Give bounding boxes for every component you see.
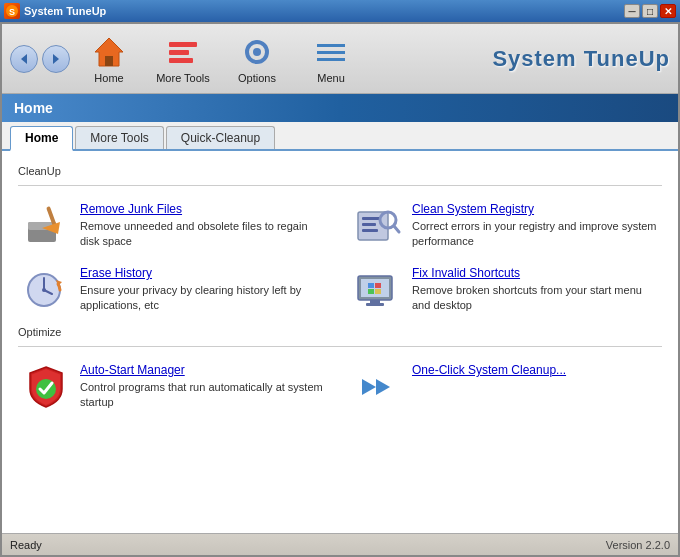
svg-rect-35 [368, 289, 374, 294]
optimize-divider [18, 346, 662, 347]
toolbar-options[interactable]: Options [222, 30, 292, 88]
toolbar-more-tools[interactable]: More Tools [148, 30, 218, 88]
clean-registry-text: Clean System Registry Correct errors in … [412, 202, 658, 250]
tool-one-click[interactable]: One-Click System Cleanup... [350, 359, 662, 415]
app-title: System TuneUp [492, 46, 670, 72]
status-bar: Ready Version 2.2.0 [2, 533, 678, 555]
window-controls: ─ □ ✕ [624, 4, 676, 18]
one-click-title[interactable]: One-Click System Cleanup... [412, 363, 566, 377]
svg-point-10 [253, 48, 261, 56]
status-text: Ready [10, 539, 42, 551]
svg-rect-11 [317, 44, 345, 47]
clean-registry-desc: Correct errors in your registry and impr… [412, 219, 658, 250]
fix-shortcuts-desc: Remove broken shortcuts from your start … [412, 283, 658, 314]
remove-junk-desc: Remove unneeded and obsolete files to re… [80, 219, 326, 250]
more-tools-icon [165, 34, 201, 70]
home-label: Home [94, 72, 123, 84]
erase-history-title[interactable]: Erase History [80, 266, 326, 280]
svg-rect-32 [366, 303, 384, 306]
auto-start-icon [22, 363, 70, 411]
fix-shortcuts-icon [354, 266, 402, 314]
tool-clean-registry[interactable]: Clean System Registry Correct errors in … [350, 198, 662, 254]
svg-marker-38 [362, 379, 376, 395]
version-text: Version 2.2.0 [606, 539, 670, 551]
remove-junk-text: Remove Junk Files Remove unneeded and ob… [80, 202, 326, 250]
title-bar: S System TuneUp ─ □ ✕ [0, 0, 680, 22]
toolbar-home[interactable]: Home [74, 30, 144, 88]
cleanup-section-label: CleanUp [18, 165, 662, 177]
tool-erase-history[interactable]: Erase History Ensure your privacy by cle… [18, 262, 330, 318]
fix-shortcuts-text: Fix Invalid Shortcuts Remove broken shor… [412, 266, 658, 314]
erase-history-icon [22, 266, 70, 314]
toolbar-menu[interactable]: Menu [296, 30, 366, 88]
menu-icon [313, 34, 349, 70]
svg-rect-13 [317, 58, 345, 61]
optimize-section: Optimize [18, 326, 662, 415]
tool-auto-start[interactable]: Auto-Start Manager Control programs that… [18, 359, 330, 415]
svg-rect-12 [317, 51, 345, 54]
minimize-button[interactable]: ─ [624, 4, 640, 18]
close-button[interactable]: ✕ [660, 4, 676, 18]
main-window: Home More Tools Options [0, 22, 680, 557]
tab-more-tools[interactable]: More Tools [75, 126, 163, 149]
one-click-text: One-Click System Cleanup... [412, 363, 566, 380]
svg-rect-33 [368, 283, 374, 288]
svg-rect-21 [362, 229, 378, 232]
auto-start-desc: Control programs that run automatically … [80, 380, 326, 411]
cleanup-divider [18, 185, 662, 186]
menu-label: Menu [317, 72, 345, 84]
one-click-icon [354, 363, 402, 411]
svg-rect-34 [375, 283, 381, 288]
remove-junk-title[interactable]: Remove Junk Files [80, 202, 326, 216]
home-icon [91, 34, 127, 70]
page-header: Home [2, 94, 678, 122]
svg-rect-6 [169, 42, 197, 47]
clean-registry-icon [354, 202, 402, 250]
forward-button[interactable] [42, 45, 70, 73]
erase-history-text: Erase History Ensure your privacy by cle… [80, 266, 326, 314]
options-icon [239, 34, 275, 70]
svg-rect-36 [375, 289, 381, 294]
app-icon: S [4, 3, 20, 19]
svg-rect-19 [362, 217, 380, 220]
svg-rect-8 [169, 58, 193, 63]
auto-start-text: Auto-Start Manager Control programs that… [80, 363, 326, 411]
tab-home[interactable]: Home [10, 126, 73, 151]
options-label: Options [238, 72, 276, 84]
clean-registry-title[interactable]: Clean System Registry [412, 202, 658, 216]
main-content: CleanUp Remove Junk Files R [2, 151, 678, 533]
svg-rect-7 [169, 50, 189, 55]
auto-start-title[interactable]: Auto-Start Manager [80, 363, 326, 377]
tabs-bar: Home More Tools Quick-Cleanup [2, 122, 678, 151]
tab-quick-cleanup[interactable]: Quick-Cleanup [166, 126, 275, 149]
optimize-tools-grid: Auto-Start Manager Control programs that… [18, 359, 662, 415]
toolbar: Home More Tools Options [2, 24, 678, 94]
svg-line-23 [394, 226, 399, 232]
back-button[interactable] [10, 45, 38, 73]
svg-rect-20 [362, 223, 376, 226]
fix-shortcuts-title[interactable]: Fix Invalid Shortcuts [412, 266, 658, 280]
more-tools-label: More Tools [156, 72, 210, 84]
cleanup-tools-grid: Remove Junk Files Remove unneeded and ob… [18, 198, 662, 318]
erase-history-desc: Ensure your privacy by clearing history … [80, 283, 326, 314]
tool-fix-shortcuts[interactable]: Fix Invalid Shortcuts Remove broken shor… [350, 262, 662, 318]
svg-rect-5 [105, 56, 113, 66]
remove-junk-icon [22, 202, 70, 250]
optimize-section-label: Optimize [18, 326, 662, 338]
svg-marker-3 [53, 54, 59, 64]
tool-remove-junk[interactable]: Remove Junk Files Remove unneeded and ob… [18, 198, 330, 254]
svg-marker-39 [376, 379, 390, 395]
svg-marker-2 [21, 54, 27, 64]
svg-text:S: S [9, 7, 15, 17]
window-title: System TuneUp [24, 5, 106, 17]
maximize-button[interactable]: □ [642, 4, 658, 18]
